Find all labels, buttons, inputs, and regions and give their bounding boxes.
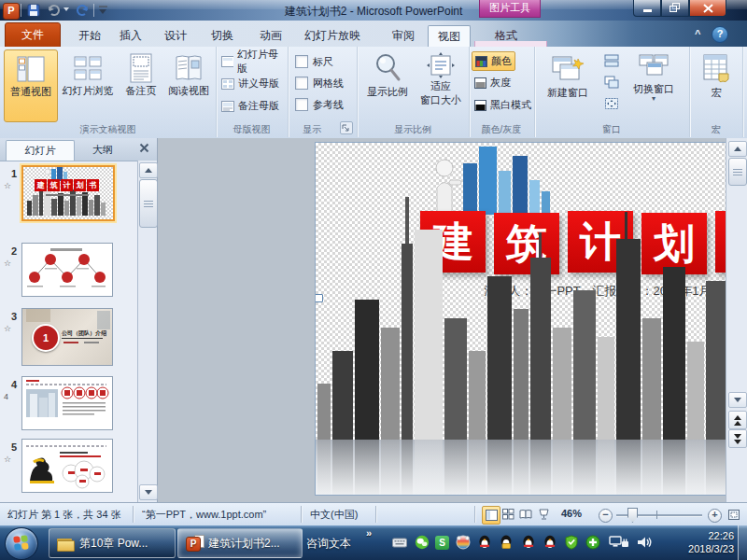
qq-icon[interactable]	[521, 535, 536, 550]
qq-icon[interactable]	[543, 535, 557, 550]
color-button[interactable]: 颜色	[472, 51, 515, 71]
tab-outline[interactable]: 大纲	[77, 140, 129, 160]
tab-home[interactable]: 开始	[69, 25, 110, 47]
section-title: 公司（团队）介绍	[62, 329, 106, 338]
zoom-out-button[interactable]: −	[599, 509, 613, 523]
taskbar-item-folder[interactable]: 第10章 Pow...	[49, 528, 176, 558]
slideshow-toggle[interactable]	[535, 506, 552, 523]
fit-to-window-button[interactable]: 适应 窗口大小	[416, 49, 465, 120]
guides-checkbox-box	[295, 98, 308, 111]
animation-star-icon: ☆	[4, 324, 19, 333]
powerpoint-app-icon[interactable]: P	[3, 3, 20, 20]
editor-scroll-thumb[interactable]	[728, 158, 747, 186]
band-overflow-chevron[interactable]: »	[366, 527, 372, 539]
wechat-icon[interactable]	[415, 535, 430, 550]
black-white-button[interactable]: 黑白模式	[472, 96, 534, 114]
zoom-slider-handle[interactable]	[627, 508, 638, 523]
browser-bear-icon[interactable]	[456, 535, 471, 550]
tab-transitions[interactable]: 切换	[202, 25, 243, 47]
cascade-button[interactable]	[601, 73, 622, 91]
tab-insert[interactable]: 插入	[110, 25, 151, 47]
taskbar-band-label[interactable]: 咨询文本	[306, 536, 351, 552]
slide-master-button[interactable]: 幻灯片母版	[218, 52, 288, 70]
slide-thumbnail-1[interactable]: 建 筑 计 划 书	[21, 165, 115, 221]
minimize-icon	[643, 9, 652, 12]
taskbar-clock[interactable]: 22:26 2018/3/23	[688, 529, 734, 555]
normal-view-toggle[interactable]	[482, 506, 500, 525]
qq-icon[interactable]	[477, 535, 492, 550]
qq-folder-icon[interactable]	[499, 535, 514, 550]
tab-format[interactable]: 格式	[486, 25, 527, 47]
undo-icon[interactable]	[47, 3, 62, 18]
slide-sorter-button[interactable]: 幻灯片浏览	[58, 49, 118, 120]
tab-review[interactable]: 审阅	[383, 25, 424, 47]
previous-slide-button[interactable]	[728, 411, 747, 429]
close-panel-icon[interactable]	[138, 142, 150, 157]
tab-animations[interactable]: 动画	[250, 25, 291, 47]
move-split-button[interactable]	[601, 94, 622, 112]
thumbnails-scroll-thumb[interactable]	[139, 179, 158, 228]
tab-file[interactable]: 文件	[5, 22, 61, 49]
tab-slides[interactable]: 幻灯片	[6, 140, 75, 161]
theme-name[interactable]: “第一PPT，www.1ppt.com”	[142, 508, 266, 522]
close-button[interactable]	[689, 0, 726, 17]
zoom-percentage[interactable]: 46%	[561, 508, 582, 519]
guides-checkbox[interactable]: 参考线	[295, 97, 344, 112]
selection-handle-left[interactable]	[315, 294, 323, 302]
slide-thumbnail-2[interactable]	[21, 243, 113, 297]
antivirus-shield-icon[interactable]	[564, 535, 579, 550]
taskbar-item-powerpoint[interactable]: P 建筑计划书2...	[177, 528, 303, 558]
macros-button[interactable]: 宏	[698, 49, 735, 120]
redo-icon[interactable]	[75, 3, 90, 18]
reading-view-toggle[interactable]	[517, 506, 534, 523]
minimize-button[interactable]	[633, 0, 661, 17]
ruler-checkbox[interactable]: 标尺	[295, 54, 333, 69]
volume-icon[interactable]	[637, 535, 652, 550]
thumbnails-scroll-up[interactable]	[139, 162, 158, 178]
slide-thumbnail-5[interactable]	[21, 439, 113, 493]
ime-keyboard-icon[interactable]	[392, 535, 407, 550]
slide-number: 2	[2, 245, 17, 257]
slide-canvas[interactable]: 建 筑 计 划 书 汇报人：第一PPT 汇报时间：2019年1月	[315, 142, 747, 496]
new-window-button[interactable]: 新建窗口	[542, 49, 594, 120]
slide-sorter-toggle[interactable]	[500, 506, 516, 523]
slide-master-label: 幻灯片母版	[237, 48, 285, 76]
thumbnails-scroll-down[interactable]	[139, 484, 158, 500]
group-label-master-views: 母版视图	[216, 123, 288, 136]
slide-thumbnail-3[interactable]: 1 公司（团队）介绍	[21, 308, 113, 366]
slide-thumbnail-4[interactable]	[21, 376, 113, 430]
save-icon[interactable]	[26, 3, 41, 18]
slide-editor: 建 筑 计 划 书 汇报人：第一PPT 汇报时间：2019年1月	[157, 138, 726, 502]
normal-view-button[interactable]: 普通视图	[4, 49, 58, 122]
tab-view[interactable]: 视图	[428, 25, 471, 48]
zoom-in-button[interactable]: +	[708, 509, 722, 523]
network-icon[interactable]	[609, 535, 629, 550]
fit-slide-to-window-button[interactable]	[726, 506, 742, 523]
handout-master-button[interactable]: 讲义母版	[218, 75, 282, 92]
help-icon[interactable]: ?	[712, 26, 728, 43]
language-indicator[interactable]: 中文(中国)	[310, 508, 358, 522]
tab-design[interactable]: 设计	[155, 25, 196, 47]
start-button[interactable]	[5, 527, 38, 560]
group-master-views: 幻灯片母版 讲义母版 备注母版 母版视图	[216, 47, 289, 137]
reading-view-button[interactable]: 阅读视图	[164, 49, 213, 120]
grayscale-button[interactable]: 灰度	[472, 74, 514, 91]
zoom-button[interactable]: 显示比例	[362, 49, 413, 120]
restore-button[interactable]	[661, 0, 689, 17]
sogou-icon[interactable]: S	[435, 536, 449, 550]
notes-page-button[interactable]: 备注页	[120, 49, 162, 120]
editor-scroll-up[interactable]	[728, 141, 747, 157]
collapse-ribbon-icon[interactable]: ^	[695, 28, 700, 39]
next-slide-button[interactable]	[728, 429, 747, 448]
arrange-all-icon	[604, 54, 619, 67]
switch-windows-button[interactable]: 切换窗口 ▾	[624, 49, 684, 120]
arrange-all-button[interactable]	[601, 51, 622, 69]
ruler-label: 标尺	[313, 55, 333, 69]
health-plus-icon[interactable]	[585, 535, 600, 550]
gridlines-checkbox[interactable]: 网格线	[295, 76, 344, 91]
editor-scroll-down[interactable]	[728, 392, 747, 408]
normal-view-label: 普通视图	[10, 86, 51, 98]
tab-slideshow[interactable]: 幻灯片放映	[295, 25, 370, 47]
show-desktop-button[interactable]	[738, 525, 747, 560]
notes-master-button[interactable]: 备注母版	[218, 97, 282, 115]
